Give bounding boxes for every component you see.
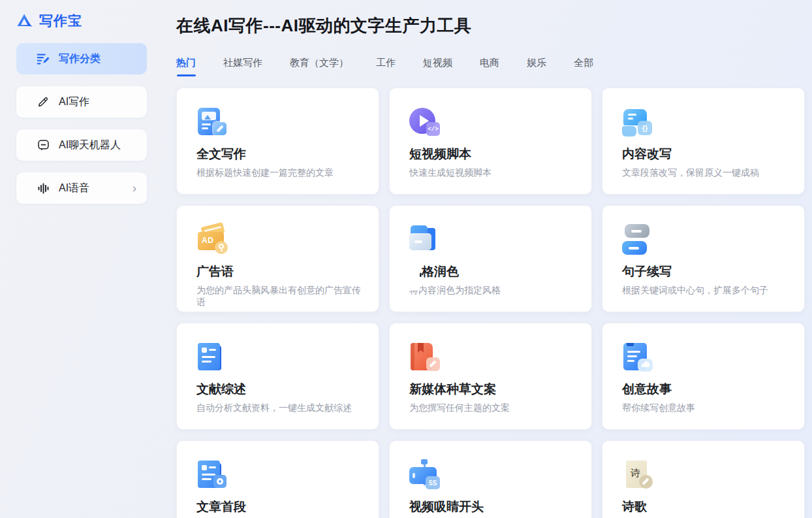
tab-social-media[interactable]: 社媒写作: [223, 57, 262, 76]
card-desc: 将内容润色为指定风格: [409, 285, 574, 297]
card-title: 广告语: [196, 263, 362, 280]
tool-card-creative-story[interactable]: 创意故事帮你续写创意故事: [602, 323, 805, 430]
stacked-bubbles-icon: [622, 224, 653, 255]
card-title: 短视频脚本: [409, 146, 574, 163]
tool-card-ad-slogan[interactable]: AD广告语为您的产品头脑风暴出有创意的广告宣传语: [176, 205, 379, 312]
tab-entertainment[interactable]: 娱乐: [527, 57, 546, 76]
icon-shape: [627, 360, 634, 362]
icon-shape: </>: [426, 122, 440, 136]
ad-folder-bulb-icon: AD: [196, 224, 228, 255]
icon-shape: [411, 343, 414, 370]
tab-hot[interactable]: 热门: [176, 57, 196, 76]
icon-shape: [209, 349, 216, 351]
tool-card-content-rewrite[interactable]: {}内容改写文章段落改写，保留原义一键成稿: [602, 88, 805, 195]
tab-work[interactable]: 工作: [376, 57, 396, 76]
icon-shape: [421, 459, 428, 464]
card-desc: 根据关键词或中心句，扩展多个句子: [622, 285, 787, 297]
icon-shape: [202, 123, 211, 125]
video-5s-icon: 5S: [409, 459, 441, 491]
logo[interactable]: 写作宝: [16, 12, 163, 30]
card-title: 文章首段: [196, 498, 362, 515]
card-title: 创意故事: [622, 381, 787, 398]
icon-shape: {}: [638, 121, 652, 135]
page-title: 在线AI写作---AI驱动的文字生产力工具: [176, 14, 805, 37]
tool-card-new-media-seeding-copy[interactable]: 新媒体种草文案为您撰写任何主题的文案: [389, 323, 592, 430]
document-thumbsup-icon: [622, 342, 653, 373]
icon-shape: [627, 343, 634, 346]
tool-card-full-article-writing[interactable]: 全文写作根据标题快速创建一篇完整的文章: [176, 88, 379, 195]
icon-shape: [628, 114, 636, 116]
card-title: 视频吸睛开头: [409, 498, 574, 515]
icon-shape: [219, 244, 224, 249]
sidebar-item-writing-category[interactable]: 写作分类: [16, 43, 147, 74]
icon-shape: [204, 115, 211, 120]
tab-education-literature[interactable]: 教育（文学）: [290, 57, 349, 76]
icon-shape: [202, 465, 207, 470]
tool-card-sentence-expansion[interactable]: 句子续写根据关键词或中心句，扩展多个句子: [602, 205, 805, 312]
icon-shape: [209, 466, 216, 468]
icon-shape: [414, 240, 422, 243]
tool-card-video-opening-hook[interactable]: 5S视频吸睛开头用视频开头的黄金5秒，锁定观众注意力: [389, 440, 592, 518]
sidebar-item-ai-writing[interactable]: AI写作: [16, 86, 147, 118]
book-brush-icon: [409, 342, 441, 373]
icon-shape: [629, 247, 639, 250]
icon-shape: [202, 474, 215, 476]
chat-braces-icon: {}: [622, 106, 653, 138]
sidebar-item-ai-chatbot[interactable]: AI聊天机器人: [16, 129, 147, 161]
sidebar-item-label: AI写作: [59, 95, 89, 109]
poem-char-text: 诗: [631, 467, 640, 479]
tool-card-short-video-script[interactable]: </>短视频脚本快速生成短视频脚本: [389, 88, 592, 195]
card-title: 全文写作: [196, 146, 362, 163]
card-title: 内容改写: [622, 146, 787, 163]
icon-shape: 5S: [426, 476, 440, 489]
logo-icon: [16, 12, 34, 30]
icon-shape: [202, 356, 215, 358]
card-grid: 全文写作根据标题快速创建一篇完整的文章</>短视频脚本快速生成短视频脚本{}内容…: [176, 88, 805, 518]
tool-card-article-first-paragraph[interactable]: 文章首段一键生成新媒体文章首段内容: [176, 440, 379, 518]
icon-shape: [202, 348, 207, 353]
card-desc: 自动分析文献资料，一键生成文献综述: [196, 402, 362, 414]
icon-shape: [645, 361, 647, 363]
icon-shape: [413, 473, 415, 478]
tab-ecommerce[interactable]: 电商: [480, 57, 499, 76]
icon-shape: [622, 126, 636, 137]
icon-shape: [628, 118, 633, 120]
main-content: 在线AI写作---AI驱动的文字生产力工具 热门社媒写作教育（文学）工作短视频电…: [176, 0, 805, 518]
icon-shape: [627, 355, 637, 357]
video-play-code-icon: </>: [409, 106, 441, 138]
card-desc: 帮你续写创意故事: [622, 402, 787, 414]
card-title: 新媒体种草文案: [409, 381, 574, 398]
card-title: 句子续写: [622, 263, 787, 280]
writing-category-icon: [36, 52, 50, 66]
card-title: 文献综述: [196, 381, 362, 398]
icon-shape: [202, 127, 208, 129]
icon-shape: [221, 250, 223, 251]
card-desc: 快速生成短视频脚本: [409, 167, 574, 179]
sidebar-item-ai-voice[interactable]: AI语音›: [16, 172, 147, 204]
card-title: 风格润色: [409, 263, 574, 280]
sidebar-item-label: 写作分类: [59, 52, 101, 66]
pencil-icon: [36, 95, 50, 109]
icon-shape: [644, 363, 649, 367]
tool-card-poetry[interactable]: 诗诗歌根据主题书写诗歌: [602, 440, 805, 518]
icon-shape: [642, 364, 644, 367]
logo-text: 写作宝: [39, 12, 82, 30]
sidebar: 写作宝 写作分类AI写作AI聊天机器人AI语音›: [0, 0, 163, 518]
icon-shape: [202, 361, 211, 363]
tool-card-literature-review[interactable]: 文献综述自动分析文献资料，一键生成文献综述: [176, 323, 379, 430]
card-desc: 为您撰写任何主题的文案: [409, 402, 574, 414]
tab-short-video[interactable]: 短视频: [423, 57, 452, 76]
document-stack-icon: [196, 342, 228, 373]
chat-bubble-icon: [36, 138, 50, 152]
document-gear-icon: [196, 459, 228, 491]
document-pen-icon: [196, 106, 228, 138]
icon-shape: [217, 478, 223, 485]
tool-card-style-polish[interactable]: 风格润色将内容润色为指定风格: [389, 205, 592, 312]
card-desc: 为您的产品头脑风暴出有创意的广告宣传语: [196, 285, 362, 308]
folders-icon: [409, 224, 441, 255]
icon-shape: [631, 230, 642, 233]
ad-label-text: AD: [202, 236, 213, 245]
icon-shape: [202, 478, 211, 480]
card-desc: 文章段落改写，保留原义一键成稿: [622, 167, 787, 179]
tab-all[interactable]: 全部: [574, 57, 593, 76]
